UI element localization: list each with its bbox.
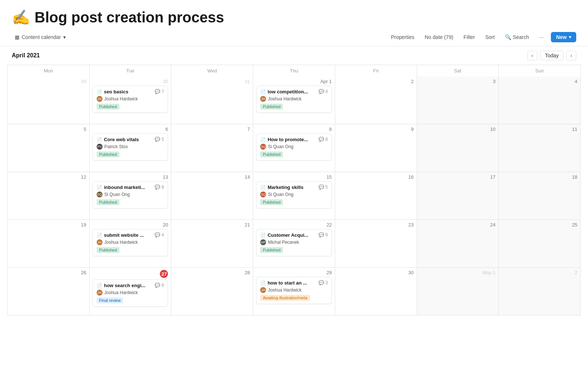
properties-button[interactable]: Properties	[388, 33, 417, 42]
next-button[interactable]: ›	[566, 51, 576, 60]
card[interactable]: 📄low competition...💬 4JHJoshua HardwickP…	[256, 86, 332, 113]
card-comment-count: 💬 5	[319, 185, 328, 190]
calendar-cell[interactable]: 7	[171, 124, 253, 172]
card-title-text: how search engi...	[104, 283, 146, 288]
calendar-cell[interactable]: 14	[171, 172, 253, 220]
card-title-text: Marketing skills	[268, 185, 304, 190]
day-number: 11	[502, 126, 577, 132]
document-icon: 📄	[260, 281, 266, 286]
day-number: May 1	[420, 270, 496, 275]
calendar-cell[interactable]: 9	[335, 124, 417, 172]
card-comment-count: 💬 4	[155, 232, 164, 237]
calendar-cell[interactable]: 21	[171, 220, 253, 268]
calendar-cell[interactable]: 16	[335, 172, 417, 220]
calendar-cell[interactable]: 2	[335, 76, 417, 124]
day-number: 20	[93, 222, 168, 228]
day-number: 24	[420, 222, 496, 228]
card-author: PSPatrick Stox	[97, 144, 164, 150]
day-number: 2	[338, 79, 414, 84]
card-title-text: Customer Acqui...	[268, 232, 308, 238]
card-title-row: 📄how search engi...💬 6	[97, 283, 164, 288]
card-author: SQSi Quan Ong	[260, 192, 328, 197]
filter-button[interactable]: Filter	[460, 33, 478, 42]
calendar-cell[interactable]: 26	[8, 268, 90, 315]
sort-button[interactable]: Sort	[482, 33, 498, 42]
dow-header: MonTueWedThuFriSatSun	[7, 65, 581, 76]
calendar-cell[interactable]: 24	[417, 220, 499, 268]
calendar-cell[interactable]: 2	[499, 268, 581, 315]
calendar-cell[interactable]: 29📄how to start an ...💬 3JHJoshua Hardwi…	[253, 268, 335, 315]
calendar-cell[interactable]: 4	[499, 76, 581, 124]
document-icon: 📄	[260, 185, 266, 190]
view-selector[interactable]: ▦ Content calendar ▾	[12, 33, 69, 42]
calendar-cell[interactable]: 17	[417, 172, 499, 220]
prev-button[interactable]: ‹	[527, 51, 537, 60]
card-author: SQSi Quan Ong	[260, 144, 328, 150]
calendar-cell[interactable]: 18	[499, 172, 581, 220]
author-name: Si Quan Ong	[268, 192, 293, 197]
calendar-cell[interactable]: 5	[8, 124, 90, 172]
calendar-cell[interactable]: 6📄Core web vitals💬 5PSPatrick StoxPublis…	[90, 124, 172, 172]
calendar-cell[interactable]: 8📄How to promote...💬 8SQSi Quan OngPubli…	[253, 124, 335, 172]
card-title: 📄submit website ...	[97, 232, 154, 238]
calendar-cell[interactable]: 15📄Marketing skills💬 5SQSi Quan OngPubli…	[253, 172, 335, 220]
dow-cell: Sun	[499, 65, 581, 76]
nodate-button[interactable]: No date (79)	[422, 33, 456, 42]
day-number: 21	[174, 222, 250, 228]
calendar-cell[interactable]: 22📄Customer Acqui...💬 9MPMichal PecanekP…	[253, 220, 335, 268]
calendar-cell[interactable]: Apr 1📄low competition...💬 4JHJoshua Hard…	[253, 76, 335, 124]
day-number: 31	[174, 79, 250, 84]
card[interactable]: 📄inbound marketi...💬 8SQSi Quan OngPubli…	[93, 181, 168, 208]
card[interactable]: 📄how to start an ...💬 3JHJoshua Hardwick…	[256, 277, 332, 304]
calendar-cell[interactable]: 31	[171, 76, 253, 124]
card[interactable]: 📄submit website ...💬 4JHJoshua HardwickP…	[93, 229, 168, 256]
card[interactable]: 📄Customer Acqui...💬 9MPMichal PecanekPub…	[256, 229, 332, 256]
card[interactable]: 📄Marketing skills💬 5SQSi Quan OngPublish…	[256, 181, 332, 208]
calendar-cell[interactable]: 25	[499, 220, 581, 268]
today-button[interactable]: Today	[540, 51, 563, 60]
dow-cell: Fri	[335, 65, 417, 76]
day-number: 23	[338, 222, 414, 228]
dow-cell: Tue	[90, 65, 172, 76]
calendar-cell[interactable]: 20📄submit website ...💬 4JHJoshua Hardwic…	[90, 220, 172, 268]
status-badge: Final review	[97, 297, 123, 303]
card-title-text: low competition...	[268, 89, 308, 94]
avatar: SQ	[97, 192, 103, 197]
calendar-cell[interactable]: 10	[417, 124, 499, 172]
card-title-row: 📄how to start an ...💬 3	[260, 280, 328, 286]
calendar-cell[interactable]: 3	[417, 76, 499, 124]
calendar-cell[interactable]: 30📄seo basics💬 7JHJoshua HardwickPublish…	[90, 76, 172, 124]
day-number-today: 27	[160, 270, 168, 278]
view-chevron-icon: ▾	[63, 34, 66, 40]
card[interactable]: 📄how search engi...💬 6JHJoshua HardwickF…	[93, 279, 168, 307]
calendar-cell[interactable]: 23	[335, 220, 417, 268]
calendar-cell[interactable]: May 1	[417, 268, 499, 315]
card-title-text: how to start an ...	[268, 280, 307, 286]
calendar-cell[interactable]: 27📄how search engi...💬 6JHJoshua Hardwic…	[90, 268, 172, 315]
more-button[interactable]: ···	[537, 33, 547, 42]
day-number: 4	[502, 79, 577, 84]
day-number: 30	[338, 270, 414, 275]
calendar-cell[interactable]: 11	[499, 124, 581, 172]
card[interactable]: 📄How to promote...💬 8SQSi Quan OngPublis…	[256, 133, 332, 161]
card[interactable]: 📄seo basics💬 7JHJoshua HardwickPublished	[93, 86, 168, 113]
author-name: Michal Pecanek	[268, 240, 299, 245]
calendar-cell[interactable]: 19	[8, 220, 90, 268]
day-number: 10	[420, 126, 496, 132]
card-title-row: 📄low competition...💬 4	[260, 89, 328, 94]
calendar-cell[interactable]: 13📄inbound marketi...💬 8SQSi Quan OngPub…	[90, 172, 172, 220]
card-comment-count: 💬 3	[319, 280, 328, 285]
search-button[interactable]: 🔍 Search	[502, 33, 532, 42]
calendar-cell[interactable]: 30	[335, 268, 417, 315]
day-number: 25	[502, 222, 577, 228]
calendar-cell[interactable]: 28	[171, 268, 253, 315]
card-comment-count: 💬 8	[155, 185, 164, 190]
day-number: 6	[93, 126, 168, 132]
status-badge: Published	[260, 104, 283, 110]
calendar-cell[interactable]: 12	[8, 172, 90, 220]
author-name: Joshua Hardwick	[268, 287, 301, 293]
calendar-cell[interactable]: 29	[8, 76, 90, 124]
card[interactable]: 📄Core web vitals💬 5PSPatrick StoxPublish…	[93, 133, 168, 161]
avatar: JH	[97, 290, 103, 296]
new-button[interactable]: New ▾	[551, 32, 576, 42]
